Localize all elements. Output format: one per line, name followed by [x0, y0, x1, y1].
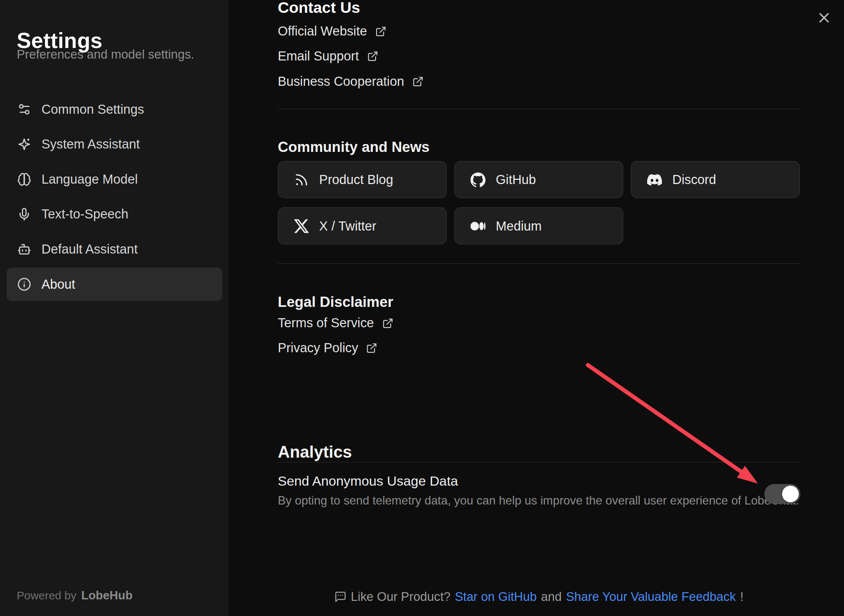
community-heading: Community and News	[278, 139, 430, 156]
page-subtitle: Preferences and model settings.	[17, 47, 194, 62]
terms-of-service-link[interactable]: Terms of Service	[278, 315, 393, 331]
button-label: Discord	[672, 172, 716, 187]
official-website-link[interactable]: Official Website	[278, 23, 386, 39]
button-label: GitHub	[496, 172, 536, 187]
email-support-link[interactable]: Email Support	[278, 48, 378, 64]
sparkles-icon	[17, 137, 31, 151]
usage-data-toggle[interactable]	[764, 484, 800, 504]
sidebar-item-language-model[interactable]: Language Model	[6, 163, 222, 196]
external-link-icon	[375, 26, 386, 37]
link-label: Terms of Service	[278, 316, 374, 331]
section-divider	[278, 462, 800, 462]
usage-data-description: By opting to send telemetry data, you ca…	[278, 494, 799, 508]
button-label: Product Blog	[319, 172, 393, 187]
sidebar-item-default-assistant[interactable]: Default Assistant	[6, 232, 222, 266]
powered-by-label: Powered by	[17, 589, 76, 602]
analytics-heading: Analytics	[278, 443, 352, 462]
powered-by: Powered by LobeHub	[17, 588, 133, 602]
external-link-icon	[412, 76, 424, 87]
external-link-icon	[382, 317, 393, 329]
link-label: Business Cooperation	[278, 74, 404, 89]
github-icon	[470, 172, 485, 187]
link-label: Official Website	[278, 24, 367, 39]
sliders-icon	[17, 102, 31, 116]
usage-data-label: Send Anonymous Usage Data	[278, 473, 458, 489]
sidebar-item-label: Language Model	[42, 172, 138, 187]
about-panel: Contact Us Official Website Email Suppor…	[229, 0, 844, 616]
section-divider	[278, 109, 800, 109]
toggle-knob	[782, 486, 799, 502]
share-feedback-link[interactable]: Share Your Valuable Feedback	[566, 590, 736, 604]
settings-nav: Common Settings System Assistant Languag…	[0, 93, 229, 301]
settings-window: Settings Preferences and model settings.…	[0, 0, 844, 616]
footer-text: !	[740, 590, 744, 604]
sidebar-item-label: System Assistant	[42, 137, 140, 152]
sidebar-item-common-settings[interactable]: Common Settings	[6, 93, 222, 126]
star-on-github-link[interactable]: Star on GitHub	[455, 590, 537, 604]
sidebar-item-label: About	[42, 277, 75, 292]
discord-icon	[647, 172, 662, 187]
button-label: X / Twitter	[319, 218, 376, 234]
contact-heading: Contact Us	[278, 0, 360, 17]
rss-icon	[294, 172, 309, 187]
x-twitter-button[interactable]: X / Twitter	[278, 207, 447, 245]
github-button[interactable]: GitHub	[454, 161, 623, 198]
link-label: Email Support	[278, 48, 359, 63]
link-label: Privacy Policy	[278, 340, 358, 355]
sidebar-item-label: Default Assistant	[42, 242, 138, 257]
sidebar-item-about[interactable]: About	[6, 268, 222, 301]
button-label: Medium	[496, 218, 542, 234]
legal-heading: Legal Disclaimer	[278, 294, 393, 311]
close-icon	[816, 10, 832, 26]
business-cooperation-link[interactable]: Business Cooperation	[278, 73, 424, 90]
brand-logo[interactable]: LobeHub	[81, 588, 133, 602]
info-icon	[17, 277, 31, 291]
settings-sidebar: Settings Preferences and model settings.…	[0, 0, 229, 616]
mic-icon	[17, 207, 31, 221]
brain-icon	[17, 172, 31, 186]
feedback-footer: Like Our Product? Star on GitHub and Sha…	[278, 590, 800, 604]
privacy-policy-link[interactable]: Privacy Policy	[278, 340, 377, 356]
discord-button[interactable]: Discord	[631, 161, 800, 198]
external-link-icon	[367, 50, 378, 62]
sidebar-item-text-to-speech[interactable]: Text-to-Speech	[6, 198, 222, 231]
bot-icon	[17, 242, 31, 256]
product-blog-button[interactable]: Product Blog	[278, 161, 447, 198]
footer-text: and	[541, 590, 562, 604]
external-link-icon	[366, 342, 377, 353]
medium-icon	[470, 218, 485, 234]
message-bubble-icon	[334, 591, 346, 603]
sidebar-item-system-assistant[interactable]: System Assistant	[6, 128, 222, 161]
close-button[interactable]	[814, 8, 834, 28]
medium-button[interactable]: Medium	[454, 207, 623, 245]
section-divider	[278, 263, 800, 264]
x-logo-icon	[294, 218, 309, 234]
footer-text: Like Our Product?	[351, 590, 450, 604]
sidebar-item-label: Text-to-Speech	[42, 207, 128, 222]
sidebar-item-label: Common Settings	[42, 102, 144, 117]
community-buttons: Product Blog GitHub Discord X / Twitter …	[278, 161, 800, 245]
